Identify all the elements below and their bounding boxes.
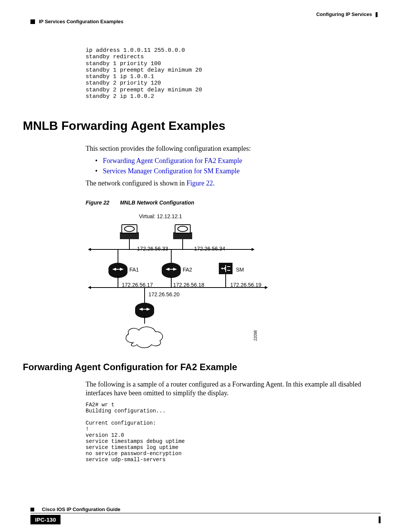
bullet-item-1: • Forwarding Agent Configuration for FA2… <box>95 157 381 165</box>
network-text: The network configured is shown in Figur… <box>86 179 381 188</box>
footer-guide-title: Cisco IOS IP Configuration Guide <box>42 506 120 512</box>
bullet-icon: • <box>95 157 97 165</box>
chapter-title: Configuring IP Services <box>316 11 372 17</box>
ip-mid-2: 172.26.56.18 <box>173 282 204 288</box>
header-section: IP Services Configuration Examples <box>30 19 381 24</box>
ip-mid-3: 172.26.56.19 <box>230 282 261 288</box>
sm-label: SM <box>236 267 244 273</box>
fa2-text: The following is a sample of a router co… <box>86 380 381 398</box>
ip-top-left: 172.26.56.33 <box>137 246 168 252</box>
page-footer: Cisco IOS IP Configuration Guide IPC-130 <box>30 506 381 524</box>
intro-text: This section provides the following conf… <box>86 144 381 153</box>
figure-label: Figure 22 <box>86 200 109 206</box>
fa2-label: FA2 <box>183 267 192 273</box>
header-chapter: Configuring IP Services <box>30 11 381 17</box>
figure-link[interactable]: Figure 22 <box>186 179 213 187</box>
bullet-icon: • <box>95 167 97 175</box>
footer-bar-icon <box>379 516 381 523</box>
page-number: IPC-130 <box>30 515 61 524</box>
network-text-post: . <box>213 179 215 187</box>
code-block-fa2: FA2# wr t Building configuration... Curr… <box>86 402 381 463</box>
ip-below: 172.26.56.20 <box>148 291 180 297</box>
link-sm[interactable]: Services Manager Configuration for SM Ex… <box>103 167 239 175</box>
ip-top-right: 172.26.56.34 <box>194 246 225 252</box>
fa2-heading: Forwarding Agent Configuration for FA2 E… <box>23 362 381 372</box>
svg-marker-2 <box>252 248 255 251</box>
ip-mid-1: 172.26.56.17 <box>122 282 153 288</box>
section-title: IP Services Configuration Examples <box>39 19 123 24</box>
svg-marker-13 <box>265 286 268 289</box>
bullet-item-2: • Services Manager Configuration for SM … <box>95 167 381 175</box>
header-bar-icon <box>376 12 378 17</box>
figure-caption: Figure 22 MNLB Network Configuration <box>86 200 381 206</box>
svg-marker-1 <box>88 248 91 251</box>
code-block-standby: ip address 1.0.0.11 255.0.0.0 standby re… <box>86 47 381 100</box>
fa1-label: FA1 <box>129 267 139 273</box>
link-fa2[interactable]: Forwarding Agent Configuration for FA2 E… <box>103 157 242 165</box>
network-diagram: 22098 Virtual: 12.12.12.1 172.26.56.33 1… <box>86 213 284 354</box>
network-text-pre: The network configured is shown in <box>86 179 186 187</box>
mnlb-heading: MNLB Forwarding Agent Examples <box>23 119 381 133</box>
diagram-id: 22098 <box>253 330 258 341</box>
figure-title: MNLB Network Configuration <box>120 200 194 206</box>
square-icon <box>30 508 34 511</box>
svg-marker-12 <box>88 286 91 289</box>
virtual-label: Virtual: 12.12.12.1 <box>139 213 182 219</box>
square-icon <box>30 19 35 24</box>
bullet-list: • Forwarding Agent Configuration for FA2… <box>95 157 381 175</box>
footer-divider <box>30 513 381 513</box>
